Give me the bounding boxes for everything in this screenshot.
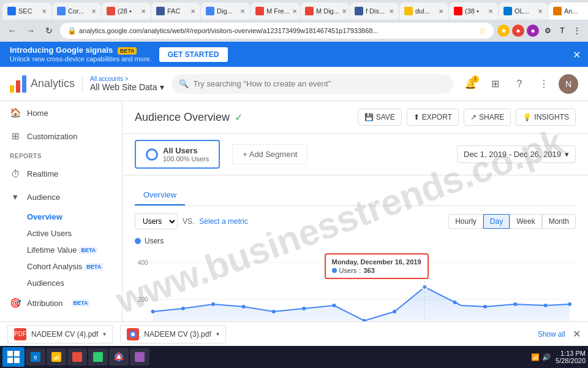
taskbar-explorer-item[interactable]: 📁 <box>47 348 66 366</box>
sub-nav-audiences[interactable]: Audiences <box>27 275 122 291</box>
tab-dul[interactable]: dul... ✕ <box>399 2 448 20</box>
share-button[interactable]: ↗ SHARE <box>464 109 511 126</box>
tab-close[interactable]: ✕ <box>91 8 96 15</box>
extensions-icon[interactable]: ★ <box>497 25 510 37</box>
tab-ol[interactable]: OL... ✕ <box>499 2 548 20</box>
download-chevron-2[interactable]: ▾ <box>216 331 219 337</box>
insights-button[interactable]: 💡 INSIGHTS <box>516 109 576 126</box>
taskbar-ie-item[interactable]: e <box>26 348 45 366</box>
select-metric-link[interactable]: Select a metric <box>199 217 247 226</box>
content-header: Audience Overview ✓ 💾 SAVE ⬆ EXPORT ↗ SH… <box>123 101 588 134</box>
sub-nav-lifetime-value[interactable]: Lifetime Value BETA <box>27 242 122 258</box>
sidebar-item-realtime[interactable]: ⏱ Realtime <box>0 162 122 185</box>
taskbar-item-6[interactable] <box>130 348 149 366</box>
segment-bar: All Users 100.00% Users + Add Segment De… <box>123 134 588 175</box>
tab-close[interactable]: ✕ <box>190 8 195 15</box>
chart-legend: Users <box>135 237 576 245</box>
sidebar-item-home[interactable]: 🏠 Home <box>0 101 122 125</box>
taskbar-item-3[interactable] <box>67 348 87 366</box>
account-selector[interactable]: All accounts > All Web Site Data ▾ <box>90 75 164 92</box>
sub-nav-overview[interactable]: Overview <box>27 209 122 225</box>
back-button[interactable]: ← <box>5 23 20 38</box>
header-divider <box>82 77 83 91</box>
save-button[interactable]: 💾 SAVE <box>358 109 402 126</box>
sidebar-item-realtime-label: Realtime <box>27 169 58 178</box>
settings-icon[interactable]: ⚙ <box>541 25 554 37</box>
download-item-2: NADEEM CV (3).pdf ▾ <box>120 325 225 343</box>
tab-close[interactable]: ✕ <box>389 8 394 15</box>
tab-mdig[interactable]: M Dig... ✕ <box>300 2 349 20</box>
all-users-segment[interactable]: All Users 100.00% Users <box>135 140 220 169</box>
tab-close[interactable]: ✕ <box>292 8 297 15</box>
add-segment-button[interactable]: + Add Segment <box>232 144 307 164</box>
tab-fdis[interactable]: f Dis... ✕ <box>350 2 399 20</box>
property-selector[interactable]: All Web Site Data ▾ <box>90 82 164 92</box>
ga-header: Analytics All accounts > All Web Site Da… <box>0 67 588 101</box>
taskbar-item-4[interactable] <box>88 348 108 366</box>
ga-search-bar[interactable]: 🔍 <box>172 74 454 94</box>
translate-icon[interactable]: T <box>556 25 568 37</box>
realtime-icon: ⏱ <box>10 168 21 179</box>
address-bar[interactable]: 🔒 analytics.google.com/analytics/web/#/r… <box>60 23 494 39</box>
search-input[interactable] <box>194 79 447 88</box>
tab-close[interactable]: ✕ <box>439 8 443 15</box>
taskbar-system-icons: 📶 🔊 <box>531 353 551 361</box>
tab-sec[interactable]: SEC ✕ <box>2 2 51 20</box>
reload-button[interactable]: ↻ <box>42 23 56 38</box>
bookmark-icon[interactable]: ☆ <box>478 26 486 36</box>
show-all-button[interactable]: Show all <box>538 330 565 339</box>
week-button[interactable]: Week <box>510 214 541 229</box>
download-filename-2: NADEEM CV (3).pdf <box>144 330 211 339</box>
banner-close-button[interactable]: ✕ <box>573 48 581 60</box>
tab-analytics[interactable]: An... ✕ <box>548 2 588 20</box>
start-button[interactable] <box>2 347 24 367</box>
pdf-icon: PDF <box>14 328 26 340</box>
sidebar-item-audience[interactable]: ▾ Audience <box>0 185 122 209</box>
tab-mfre[interactable]: M Fre... ✕ <box>251 2 300 20</box>
tab-close[interactable]: ✕ <box>240 8 245 15</box>
download-bar: PDF NADEEM CV (4).pdf ▾ NADEEM CV (3).pd… <box>0 321 588 346</box>
svg-point-21 <box>544 304 548 307</box>
export-button[interactable]: ⬆ EXPORT <box>407 109 459 126</box>
tab-favicon <box>57 7 66 15</box>
tab-close[interactable]: ✕ <box>42 8 47 15</box>
svg-point-12 <box>272 310 276 313</box>
color2-icon[interactable]: ● <box>527 25 539 37</box>
taskbar-wifi-icon: 📶 <box>531 353 540 361</box>
chart-tab-overview[interactable]: Overview <box>135 185 185 205</box>
menu-icon[interactable]: ⋮ <box>571 25 583 37</box>
tab-fac[interactable]: FAC ✕ <box>151 2 200 20</box>
date-range-picker[interactable]: Dec 1, 2019 - Dec 26, 2019 ▾ <box>457 145 576 163</box>
all-accounts-label: All accounts > <box>90 75 164 82</box>
tab-28[interactable]: (28 • ✕ <box>102 2 151 20</box>
hourly-button[interactable]: Hourly <box>448 214 483 229</box>
tab-38[interactable]: (38 • ✕ <box>449 2 498 20</box>
help-icon[interactable]: ? <box>510 74 529 94</box>
day-button[interactable]: Day <box>483 214 510 229</box>
color-icon[interactable]: ● <box>512 25 524 37</box>
tab-con[interactable]: Cor... ✕ <box>52 2 101 20</box>
tab-favicon <box>454 7 462 15</box>
sub-nav-active-users[interactable]: Active Users <box>27 225 122 242</box>
tab-close[interactable]: ✕ <box>141 8 146 15</box>
sidebar-item-attribution[interactable]: 🎯 Attribution BETA <box>0 291 122 315</box>
google-signals-banner: Introducing Google signals BETA Unlock n… <box>0 42 588 67</box>
export-icon: ⬆ <box>413 113 420 121</box>
apps-grid-icon[interactable]: ⊞ <box>485 74 505 94</box>
tab-dig1[interactable]: Dig... ✕ <box>201 2 250 20</box>
avatar[interactable]: N <box>559 74 578 94</box>
notification-bell-icon[interactable]: 🔔 1 <box>461 74 480 94</box>
get-started-button[interactable]: GET STARTED <box>159 47 228 62</box>
download-chevron-1[interactable]: ▾ <box>103 331 106 337</box>
month-button[interactable]: Month <box>542 214 576 229</box>
close-download-bar-button[interactable]: ✕ <box>573 328 581 340</box>
more-options-icon[interactable]: ⋮ <box>534 74 554 94</box>
sub-nav-cohort-analysis[interactable]: Cohort Analysis BETA <box>27 258 122 275</box>
metric-select[interactable]: Users <box>135 213 178 229</box>
tab-close[interactable]: ✕ <box>538 8 543 15</box>
forward-button[interactable]: → <box>23 23 38 38</box>
taskbar-chrome-item[interactable] <box>109 348 129 366</box>
tab-close[interactable]: ✕ <box>488 8 493 15</box>
sidebar-item-customization[interactable]: ⊞ Customization <box>0 125 122 148</box>
tab-close[interactable]: ✕ <box>342 8 347 15</box>
